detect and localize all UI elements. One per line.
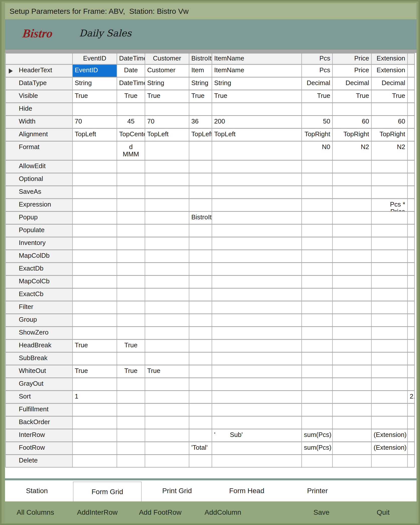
grid-cell[interactable]: True — [73, 340, 117, 352]
grid-cell[interactable] — [73, 212, 117, 224]
grid-cell[interactable]: True — [302, 90, 333, 102]
grid-cell[interactable] — [73, 314, 117, 326]
grid-cell[interactable] — [372, 276, 408, 288]
row-header-inventory[interactable]: Inventory — [6, 237, 73, 249]
tab-print-grid[interactable]: Print Grid — [162, 480, 192, 501]
grid-cell[interactable] — [372, 353, 408, 365]
grid-cell[interactable] — [408, 442, 414, 454]
grid-cell[interactable] — [73, 404, 117, 416]
grid-cell[interactable] — [333, 250, 372, 262]
grid-cell[interactable] — [333, 327, 372, 339]
grid-cell[interactable] — [145, 442, 189, 454]
grid-cell[interactable] — [408, 301, 414, 313]
grid-cell[interactable] — [372, 186, 408, 198]
grid-cell[interactable]: sum(Pcs) — [302, 429, 333, 441]
grid-cell[interactable] — [302, 225, 333, 237]
grid-cell[interactable]: Pcs * Price — [372, 199, 408, 211]
grid-cell[interactable]: TopRight — [372, 129, 408, 141]
grid-cell[interactable] — [117, 391, 145, 403]
grid-cell[interactable] — [73, 186, 117, 198]
grid-cell[interactable] — [212, 289, 302, 301]
grid-cell[interactable] — [189, 263, 212, 275]
grid-cell[interactable] — [372, 250, 408, 262]
row-header-showzero[interactable]: ShowZero — [6, 327, 73, 339]
grid-cell[interactable] — [302, 212, 333, 224]
grid-cell[interactable]: Extension — [372, 65, 408, 77]
grid-cell[interactable] — [302, 340, 333, 352]
grid-cell[interactable] — [145, 212, 189, 224]
grid-cell[interactable] — [145, 417, 189, 429]
grid-cell[interactable] — [73, 353, 117, 365]
grid-cell[interactable] — [212, 199, 302, 211]
grid-cell[interactable] — [73, 161, 117, 173]
grid-cell[interactable] — [302, 250, 333, 262]
grid-cell[interactable] — [145, 186, 189, 198]
grid-cell[interactable] — [408, 129, 414, 141]
grid-cell[interactable]: Decimal — [302, 78, 333, 90]
row-header-saveas[interactable]: SaveAs — [6, 186, 73, 198]
grid-cell[interactable] — [145, 276, 189, 288]
grid-cell[interactable] — [117, 289, 145, 301]
grid-cell[interactable] — [212, 365, 302, 377]
row-header-format[interactable]: Format — [6, 142, 73, 160]
row-header-delete[interactable]: Delete — [6, 455, 73, 467]
grid-cell[interactable]: ' Sub' — [212, 429, 302, 441]
grid-cell[interactable] — [302, 404, 333, 416]
column-header-bistroitems[interactable]: BistroItems — [189, 53, 212, 64]
grid-cell[interactable] — [333, 391, 372, 403]
column-header-itemname[interactable]: ItemName — [212, 53, 302, 64]
grid-cell[interactable] — [333, 417, 372, 429]
grid-cell[interactable] — [372, 340, 408, 352]
grid-cell[interactable] — [145, 327, 189, 339]
grid-cell[interactable] — [117, 237, 145, 249]
grid-cell[interactable]: d MMM — [117, 142, 145, 160]
grid-cell[interactable] — [408, 237, 414, 249]
row-header-sort[interactable]: Sort — [6, 391, 73, 403]
grid-cell[interactable] — [145, 289, 189, 301]
grid-cell[interactable] — [408, 161, 414, 173]
grid-cell[interactable] — [212, 186, 302, 198]
grid-cell[interactable] — [212, 103, 302, 115]
grid-cell[interactable] — [145, 353, 189, 365]
grid-cell[interactable] — [189, 340, 212, 352]
grid-cell[interactable] — [145, 263, 189, 275]
grid-cell[interactable] — [333, 455, 372, 467]
grid-cell[interactable] — [408, 314, 414, 326]
grid-cell[interactable] — [302, 301, 333, 313]
grid-cell[interactable] — [372, 378, 408, 390]
grid-cell[interactable] — [117, 455, 145, 467]
grid-cell[interactable]: String — [73, 78, 117, 90]
grid-cell[interactable] — [73, 173, 117, 185]
grid-cell[interactable] — [73, 199, 117, 211]
grid-cell[interactable] — [372, 225, 408, 237]
grid-cell[interactable] — [302, 378, 333, 390]
column-header-eventid[interactable]: EventID — [73, 53, 117, 64]
row-header-width[interactable]: Width — [6, 116, 73, 128]
grid-cell[interactable]: True — [73, 365, 117, 377]
grid-cell[interactable] — [408, 186, 414, 198]
grid-cell[interactable] — [117, 429, 145, 441]
grid-cell[interactable] — [212, 417, 302, 429]
grid-cell[interactable] — [302, 353, 333, 365]
grid-cell[interactable]: TopLeft — [212, 129, 302, 141]
grid-cell[interactable] — [189, 173, 212, 185]
grid-cell[interactable] — [117, 186, 145, 198]
grid-cell[interactable] — [408, 404, 414, 416]
grid-cell[interactable] — [212, 225, 302, 237]
grid-cell[interactable] — [302, 327, 333, 339]
grid-cell[interactable] — [117, 276, 145, 288]
grid-cell[interactable] — [189, 161, 212, 173]
grid-cell[interactable] — [145, 391, 189, 403]
grid-cell[interactable]: Customer — [145, 65, 189, 77]
grid-cell[interactable] — [212, 237, 302, 249]
add-footrow-button[interactable]: Add FootRow — [139, 501, 182, 523]
grid-cell[interactable] — [189, 250, 212, 262]
grid-cell[interactable] — [189, 276, 212, 288]
row-header-popup[interactable]: Popup — [6, 212, 73, 224]
grid-cell[interactable] — [189, 404, 212, 416]
tab-station[interactable]: Station — [26, 480, 48, 501]
grid-cell[interactable] — [73, 250, 117, 262]
grid-cell[interactable] — [117, 417, 145, 429]
grid-cell[interactable] — [212, 442, 302, 454]
grid-cell[interactable] — [189, 186, 212, 198]
